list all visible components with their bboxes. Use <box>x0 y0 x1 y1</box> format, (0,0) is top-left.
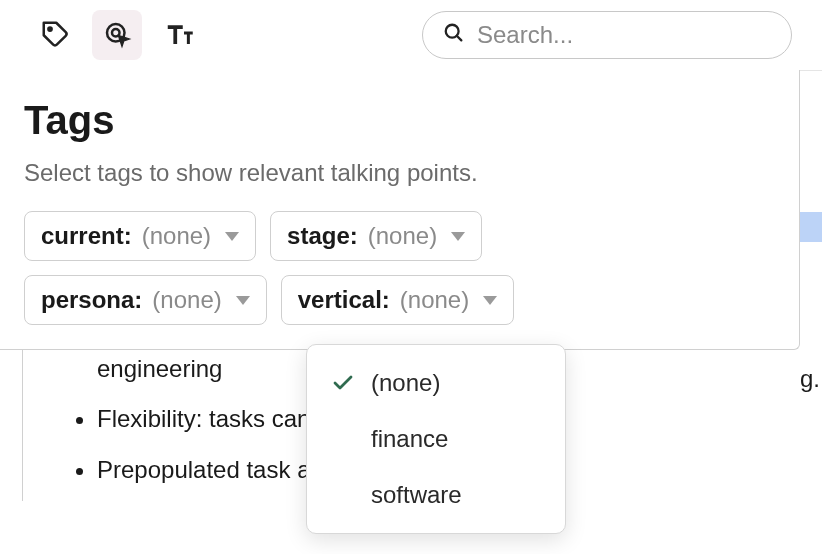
filter-vertical[interactable]: vertical: (none) <box>281 275 514 325</box>
chevron-down-icon <box>483 296 497 305</box>
filter-label: current: <box>41 222 132 250</box>
filter-stage[interactable]: stage: (none) <box>270 211 482 261</box>
search-field[interactable] <box>422 11 792 59</box>
svg-point-0 <box>48 27 51 30</box>
cursor-click-icon-button[interactable] <box>92 10 142 60</box>
dropdown-option-finance[interactable]: finance <box>307 411 565 467</box>
dropdown-option-label: (none) <box>371 369 440 397</box>
search-input[interactable] <box>475 20 778 50</box>
dropdown-option-label: finance <box>371 425 448 453</box>
tag-icon-button[interactable] <box>30 10 80 60</box>
filter-label: vertical: <box>298 286 390 314</box>
filter-label: persona: <box>41 286 142 314</box>
filter-value: (none) <box>400 286 469 314</box>
text-size-icon <box>164 19 194 52</box>
text-size-icon-button[interactable] <box>154 10 204 60</box>
panel-description: Select tags to show relevant talking poi… <box>24 159 775 187</box>
filter-persona[interactable]: persona: (none) <box>24 275 267 325</box>
selection-highlight <box>800 212 822 242</box>
tags-panel: Tags Select tags to show relevant talkin… <box>0 70 800 350</box>
filter-value: (none) <box>368 222 437 250</box>
filter-value: (none) <box>152 286 221 314</box>
tag-icon <box>40 19 70 52</box>
chevron-down-icon <box>236 296 250 305</box>
chevron-down-icon <box>451 232 465 241</box>
filter-value: (none) <box>142 222 211 250</box>
vertical-dropdown-menu: (none) finance software <box>306 344 566 534</box>
dropdown-option-label: software <box>371 481 462 509</box>
cursor-click-icon <box>102 19 132 52</box>
dropdown-option-none[interactable]: (none) <box>307 355 565 411</box>
svg-line-4 <box>457 36 462 41</box>
chevron-down-icon <box>225 232 239 241</box>
filter-current[interactable]: current: (none) <box>24 211 256 261</box>
partial-text: g. <box>800 360 820 398</box>
dropdown-option-software[interactable]: software <box>307 467 565 523</box>
search-icon <box>443 22 465 48</box>
check-icon <box>329 371 357 395</box>
panel-title: Tags <box>24 98 775 143</box>
filter-label: stage: <box>287 222 358 250</box>
